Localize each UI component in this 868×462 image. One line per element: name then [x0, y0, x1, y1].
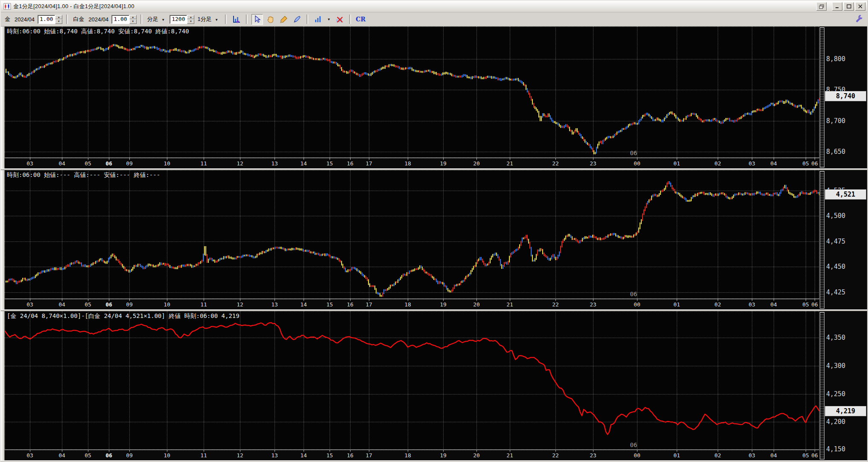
- time-tick-label: 02: [714, 160, 721, 167]
- platinum-scale-input[interactable]: 1.00: [111, 15, 129, 24]
- maximize-icon: [847, 4, 851, 9]
- title-bar[interactable]: 金1分足[2024/04]1.00 - 白金1分足[2024/04]1.00: [1, 1, 867, 12]
- bar-count-stepper[interactable]: 1200 ▲▼: [170, 15, 194, 24]
- time-tick: [815, 450, 815, 452]
- gold-chart-panel: 時刻:06:00 始値:8,740 高値:8,740 安値:8,740 終値:8…: [1, 26, 867, 168]
- time-tick: [369, 450, 369, 452]
- price-axis-scrollbar[interactable]: [820, 27, 824, 168]
- price-axis-scrollbar[interactable]: [820, 312, 824, 459]
- panel-left-splitter[interactable]: [1, 170, 5, 309]
- time-tick-label: 06: [105, 452, 112, 459]
- time-tick-label: 09: [126, 160, 133, 167]
- time-tick: [555, 158, 556, 160]
- time-tick: [593, 158, 593, 160]
- toolbar-separator: [246, 15, 248, 24]
- last-price-badge: 4,521: [825, 189, 866, 200]
- time-tick-label: 04: [770, 452, 777, 459]
- settings-wrench-button[interactable]: [855, 15, 863, 24]
- time-tick-label: 21: [506, 452, 513, 459]
- gold-month-label[interactable]: 2024/04: [13, 16, 36, 23]
- platinum-time-axis: 0304050609101112131415161718192021222300…: [5, 299, 819, 309]
- chevron-down-icon[interactable]: ▼: [325, 18, 332, 21]
- time-tick: [476, 450, 477, 452]
- time-tick: [240, 158, 240, 160]
- panel-left-splitter[interactable]: [1, 311, 5, 460]
- draw-pen-button[interactable]: [291, 14, 303, 25]
- select-cursor-button[interactable]: [251, 14, 263, 25]
- price-tick-label: 4,475: [826, 238, 845, 245]
- time-tick: [677, 299, 677, 301]
- price-tick-label: 4,200: [826, 418, 845, 426]
- draw-pencil-button[interactable]: [278, 14, 289, 25]
- time-tick-label: 06: [811, 160, 818, 167]
- toolbar-separator: [140, 15, 142, 24]
- time-tick: [718, 158, 718, 160]
- spread-chart-canvas[interactable]: [金 24/04 8,740×1.00]-[白金 24/04 4,521×1.0…: [5, 311, 819, 450]
- platinum-price-axis: 4,5254,5004,4754,4504,4254,521: [819, 170, 867, 309]
- price-tick-label: 4,500: [826, 212, 845, 220]
- time-tick-label: 17: [365, 452, 372, 459]
- gold-chart-canvas[interactable]: 時刻:06:00 始値:8,740 高値:8,740 安値:8,740 終値:8…: [5, 26, 819, 158]
- time-tick: [555, 450, 556, 452]
- spread-price-axis: 4,3504,3004,2504,2004,1504,219: [819, 311, 867, 460]
- chart-settings-button[interactable]: [231, 14, 242, 25]
- platinum-month-label[interactable]: 2024/04: [87, 16, 110, 23]
- gold-scale-stepper[interactable]: 1.00 ▲▼: [38, 15, 62, 24]
- time-tick-label: 06: [105, 160, 112, 167]
- time-tick: [275, 299, 275, 301]
- time-tick: [350, 450, 351, 452]
- spin-up-icon[interactable]: ▲: [55, 15, 62, 20]
- minimize-button[interactable]: [832, 2, 842, 11]
- panel-left-splitter[interactable]: [1, 26, 5, 168]
- bar-type-dropdown[interactable]: 分足 ▼: [146, 15, 168, 23]
- time-tick: [637, 450, 637, 452]
- float-window-button[interactable]: [816, 2, 827, 11]
- time-tick-label: 13: [271, 160, 278, 167]
- time-tick: [718, 299, 718, 301]
- spin-down-icon[interactable]: ▼: [187, 19, 194, 24]
- time-tick-label: 01: [673, 301, 680, 308]
- time-tick: [815, 299, 815, 301]
- gold-platinum-spread-svg: 06: [5, 311, 819, 450]
- time-tick: [167, 450, 167, 452]
- platinum-scale-stepper[interactable]: 1.00 ▲▼: [111, 15, 136, 24]
- spin-up-icon[interactable]: ▲: [129, 15, 137, 20]
- close-button[interactable]: [855, 2, 865, 11]
- time-tick: [204, 450, 204, 452]
- time-tick-label: 22: [552, 301, 559, 308]
- interval-dropdown[interactable]: 1分足 ▼: [196, 15, 221, 23]
- platinum-scale-spinner[interactable]: ▲▼: [129, 15, 137, 24]
- time-tick-label: 11: [200, 160, 207, 167]
- minimize-icon: [835, 4, 839, 9]
- time-tick: [408, 450, 408, 452]
- time-tick: [593, 450, 593, 452]
- time-tick-label: 18: [404, 160, 411, 167]
- time-tick-label: 03: [748, 160, 755, 167]
- spin-up-icon[interactable]: ▲: [187, 15, 194, 20]
- time-tick: [275, 450, 275, 452]
- gold-scale-input[interactable]: 1.00: [38, 15, 55, 24]
- cr-refresh-button[interactable]: CR: [355, 14, 366, 25]
- time-tick: [129, 299, 130, 301]
- time-tick-label: 19: [440, 452, 447, 459]
- platinum-chart-panel: 時刻:06:00 始値:--- 高値:--- 安値:--- 終値:--- 06 …: [1, 170, 867, 309]
- time-tick: [129, 158, 130, 160]
- time-tick: [304, 299, 304, 301]
- bar-count-input[interactable]: 1200: [170, 15, 187, 24]
- spin-down-icon[interactable]: ▼: [55, 19, 62, 24]
- gold-scale-spinner[interactable]: ▲▼: [55, 15, 62, 24]
- pan-hand-button[interactable]: [265, 14, 276, 25]
- time-tick-label: 06: [105, 301, 112, 308]
- toolbar-separator: [66, 15, 68, 24]
- price-axis-scrollbar[interactable]: [820, 171, 824, 309]
- bar-count-spinner[interactable]: ▲▼: [187, 15, 194, 24]
- last-price-badge: 4,219: [825, 406, 866, 416]
- price-tick-label: 4,450: [826, 263, 845, 271]
- time-tick-label: 20: [473, 452, 480, 459]
- maximize-button[interactable]: [844, 2, 854, 11]
- toolbar-separator: [307, 15, 308, 24]
- platinum-chart-canvas[interactable]: 時刻:06:00 始値:--- 高値:--- 安値:--- 終値:--- 06: [5, 170, 819, 299]
- spin-down-icon[interactable]: ▼: [129, 19, 137, 24]
- indicator-chart-button[interactable]: [312, 14, 324, 25]
- remove-indicator-button[interactable]: [334, 14, 345, 25]
